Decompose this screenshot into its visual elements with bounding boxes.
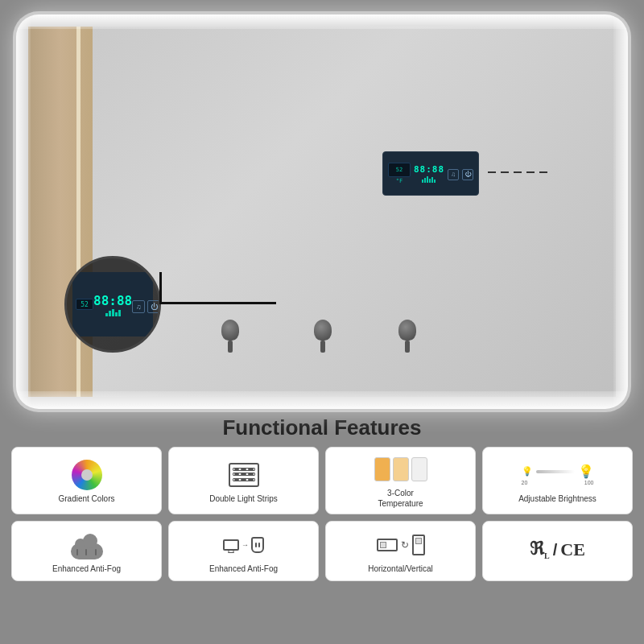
prong-1 [255, 543, 257, 547]
temp-display: °F [396, 178, 402, 184]
plug-icon: → [223, 537, 264, 553]
zoom-temp: 52 [80, 301, 89, 308]
zoom-buttons: ♫ ⏻ [132, 300, 160, 313]
feature-enhanced-anti-fog-2: → Enhanced Anti-Fog [168, 521, 319, 581]
anti-fog-2-label: Enhanced Anti-Fog [209, 564, 278, 574]
power-icon: ⏻ [464, 171, 471, 178]
zoom-bars [105, 308, 121, 316]
strip-seg-1 [234, 469, 240, 470]
brightness-icon: 💡 💡 [522, 464, 594, 479]
double-light-strips-icon-area [229, 460, 259, 490]
monitor-shape [223, 539, 239, 551]
connector-horizontal [159, 302, 276, 304]
brightness-wrapper: 💡 💡 20 100 [522, 464, 594, 485]
bars-icon [422, 175, 436, 183]
strip-line-2 [233, 473, 255, 476]
control-display-left: 52 °F [388, 163, 411, 184]
zoom-music-btn: ♫ [132, 300, 145, 313]
music-button[interactable]: ♫ [448, 169, 459, 180]
brightness-track [536, 470, 575, 473]
touch-buttons: ♫ ⏻ [448, 169, 473, 180]
rotate-icon: ↻ [401, 539, 409, 551]
anti-fog-1-icon-area [67, 530, 107, 560]
cert-icon: ℜL / CE [530, 540, 585, 560]
zoom-clock-area: 88:88 [93, 293, 132, 316]
zoom-left-display: 52 [76, 299, 93, 310]
mirror-control-panel: 52 °F 88:88 [382, 151, 479, 196]
brightness-max: 100 [584, 480, 594, 485]
zoom-inner: 52 88:88 [72, 272, 153, 336]
3-color-temp-icon [374, 457, 427, 481]
power-button[interactable]: ⏻ [462, 169, 473, 180]
door-frame [76, 27, 80, 397]
dash-1 [488, 171, 496, 173]
zoom-bar-5 [118, 310, 121, 316]
feature-adjustable-brightness: 💡 💡 20 100 Adjustable Brightness [482, 447, 633, 514]
strip-seg-9 [248, 479, 254, 481]
feature-3-color-temperature: 3-ColorTemperature [325, 447, 476, 514]
faucet-knob-right [398, 320, 416, 341]
arrow-icon: → [242, 541, 249, 549]
gradient-colors-icon-area [72, 460, 102, 490]
bulb-dim-icon: 💡 [522, 466, 533, 477]
mirror-glow-top [16, 14, 628, 29]
anti-fog-2-icon-area: → [223, 530, 264, 560]
strip-seg-3 [248, 469, 254, 470]
anti-fog-cloud-icon [67, 530, 107, 559]
bar-6 [434, 180, 436, 183]
adjustable-brightness-icon-area: 💡 💡 20 100 [522, 460, 594, 490]
drop-2 [85, 549, 87, 555]
feature-horizontal-vertical: ↻ Horizontal/Vertical [325, 521, 476, 581]
small-display-text: 52 [396, 167, 402, 173]
dash-3 [514, 171, 522, 173]
ul-label: ℜL [530, 540, 550, 560]
3-color-temp-icon-area [374, 454, 427, 485]
strip-seg-4 [234, 473, 240, 475]
bar-2 [424, 178, 426, 183]
zoom-power-icon: ⏻ [151, 303, 158, 311]
dash-2 [501, 171, 509, 173]
music-icon: ♫ [451, 171, 456, 178]
double-light-strips-icon [229, 463, 259, 487]
mirror-interior: 52 °F 88:88 [28, 27, 616, 397]
feature-double-light-strips: Double Light Strips [168, 447, 319, 514]
neutral-swatch [393, 457, 409, 481]
v-inner [415, 538, 422, 544]
adjustable-brightness-label: Adjustable Brightness [518, 493, 597, 504]
touch-indicator [488, 171, 547, 173]
strip-line-1 [233, 468, 255, 471]
bar-1 [422, 180, 423, 183]
mirror-glow-bottom [16, 391, 628, 409]
bar-3 [427, 176, 428, 183]
connector-vertical [159, 272, 162, 304]
brightness-min: 20 [522, 480, 528, 485]
feature-gradient-colors: Gradient Colors [11, 447, 162, 514]
warm-swatch [374, 457, 390, 481]
double-light-strips-label: Double Light Strips [209, 493, 278, 504]
h-inner [380, 542, 386, 548]
mirror-glow-right [613, 14, 628, 409]
zoom-music-icon: ♫ [136, 303, 142, 311]
zoom-circle: 52 88:88 [64, 256, 161, 353]
hv-label: Horizontal/Vertical [368, 564, 433, 574]
faucet-knob-left [221, 320, 239, 341]
drop-3 [95, 549, 97, 555]
features-title: Functional Features [11, 415, 633, 440]
features-section: Functional Features Gradient Colors [0, 409, 644, 644]
dash-5 [539, 171, 547, 173]
zoom-clock: 88:88 [93, 293, 132, 308]
small-display: 52 [388, 163, 411, 177]
mirror-glow-left [16, 14, 31, 409]
ce-label: CE [560, 541, 585, 559]
strip-seg-5 [241, 473, 246, 475]
bulb-bright-icon: 💡 [578, 464, 594, 479]
zoom-btn-row: ♫ ⏻ [132, 300, 160, 313]
3-color-temp-label: 3-ColorTemperature [378, 488, 423, 509]
cool-swatch [411, 457, 427, 481]
clock-digits: 88:88 [414, 164, 444, 175]
dash-4 [526, 171, 535, 173]
features-grid: Gradient Colors [11, 447, 633, 581]
zoom-bar-1 [105, 313, 108, 316]
feature-enhanced-anti-fog-1: Enhanced Anti-Fog [11, 521, 162, 581]
vertical-rect [412, 535, 425, 555]
